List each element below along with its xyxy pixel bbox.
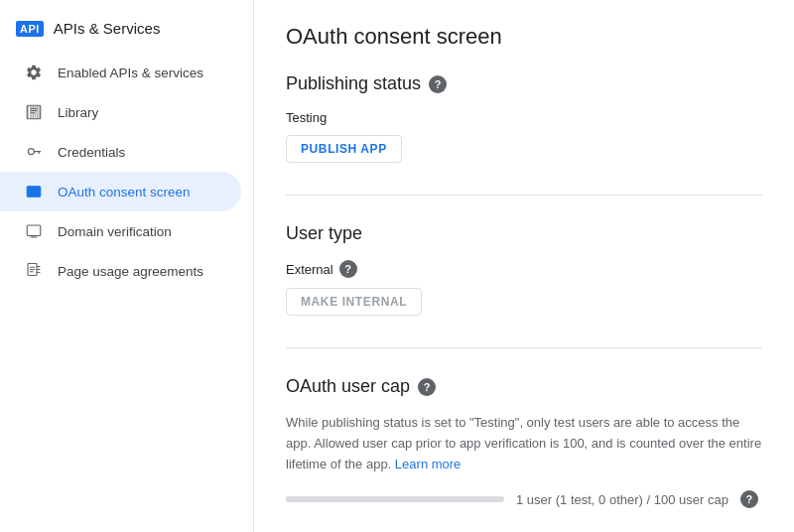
- user-type-section: User type External ? MAKE INTERNAL: [286, 223, 762, 316]
- make-internal-button: MAKE INTERNAL: [286, 288, 422, 316]
- learn-more-link[interactable]: Learn more: [395, 457, 461, 471]
- sidebar-item-oauth-consent[interactable]: OAuth consent screen: [0, 172, 241, 211]
- oauth-user-cap-section: OAuth user cap ? While publishing status…: [286, 376, 762, 508]
- cap-help-icon[interactable]: ?: [740, 490, 758, 508]
- library-icon: [24, 102, 44, 122]
- svg-point-1: [28, 149, 34, 155]
- sidebar-item-library-label: Library: [58, 105, 98, 120]
- main-content: OAuth consent screen Publishing status ?…: [254, 0, 794, 532]
- publishing-status-section: Publishing status ? Testing PUBLISH APP: [286, 73, 762, 163]
- key-icon: [24, 142, 44, 162]
- oauth-user-cap-title: OAuth user cap ?: [286, 376, 762, 397]
- cap-stat-label: 1 user (1 test, 0 other) / 100 user cap: [516, 492, 728, 507]
- user-type-value: External ?: [286, 260, 762, 278]
- sidebar-item-enabled-apis-label: Enabled APIs & services: [58, 66, 203, 80]
- sidebar-item-oauth-consent-label: OAuth consent screen: [58, 185, 191, 200]
- page-title: OAuth consent screen: [286, 24, 762, 50]
- sidebar-nav: Enabled APIs & services Library Credenti…: [0, 53, 253, 291]
- user-type-help-icon[interactable]: ?: [339, 260, 357, 278]
- api-badge: API: [16, 21, 44, 37]
- publishing-status-value: Testing: [286, 110, 762, 125]
- publishing-status-title: Publishing status ?: [286, 73, 762, 94]
- sidebar: API APIs & Services Enabled APIs & servi…: [0, 0, 254, 532]
- sidebar-item-credentials[interactable]: Credentials: [0, 132, 241, 172]
- user-cap-bar-container: 1 user (1 test, 0 other) / 100 user cap …: [286, 490, 762, 508]
- oauth-user-cap-description: While publishing status is set to "Testi…: [286, 413, 762, 474]
- publishing-status-help-icon[interactable]: ?: [429, 75, 447, 93]
- domain-icon: [24, 221, 44, 241]
- sidebar-item-credentials-label: Credentials: [58, 145, 125, 160]
- sidebar-item-domain-verification[interactable]: Domain verification: [0, 211, 241, 251]
- sidebar-item-enabled-apis[interactable]: Enabled APIs & services: [0, 53, 241, 92]
- publish-app-button[interactable]: PUBLISH APP: [286, 135, 402, 163]
- divider-1: [286, 195, 762, 196]
- settings-icon: [24, 63, 44, 82]
- sidebar-item-page-usage-label: Page usage agreements: [58, 264, 203, 279]
- oauth-user-cap-help-icon[interactable]: ?: [418, 378, 436, 396]
- oauth-icon: [24, 182, 44, 201]
- user-cap-progress-bar: [286, 496, 504, 502]
- sidebar-header: API APIs & Services: [0, 8, 253, 53]
- sidebar-title: APIs & Services: [54, 20, 161, 37]
- user-type-title: User type: [286, 223, 762, 244]
- sidebar-item-domain-verification-label: Domain verification: [58, 224, 172, 239]
- svg-rect-4: [27, 225, 41, 236]
- divider-2: [286, 347, 762, 348]
- page-icon: [24, 261, 44, 281]
- user-cap-progress-fill: [286, 496, 290, 502]
- sidebar-item-library[interactable]: Library: [0, 92, 241, 132]
- sidebar-item-page-usage[interactable]: Page usage agreements: [0, 251, 241, 291]
